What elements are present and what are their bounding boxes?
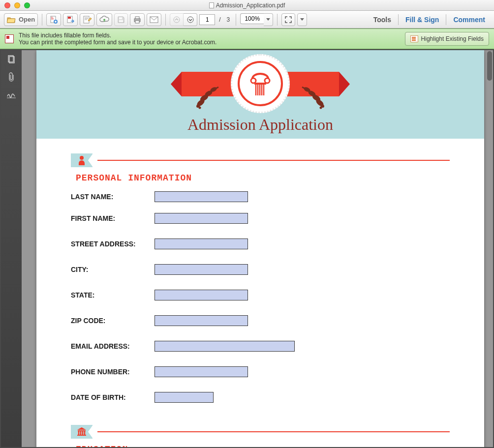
input-dob[interactable]: [154, 392, 214, 403]
field-row-street: STREET ADDRESS:: [71, 236, 484, 252]
field-row-dob: DATE OF BIRTH:: [71, 389, 484, 405]
svg-rect-31: [78, 430, 86, 431]
label-city: CITY:: [71, 266, 154, 273]
fill-sign-panel-button[interactable]: Fill & Sign: [401, 16, 444, 24]
input-state[interactable]: [154, 290, 248, 300]
cloud-upload-button[interactable]: [96, 13, 112, 26]
section-rule: [97, 160, 450, 161]
highlight-icon: [410, 35, 418, 42]
svg-point-27: [251, 78, 256, 83]
pdf-file-icon: [209, 2, 214, 8]
svg-rect-32: [77, 435, 86, 436]
input-city[interactable]: [154, 264, 248, 275]
label-phone: PHONE NUMBER:: [71, 368, 154, 376]
comment-panel-button[interactable]: Comment: [448, 16, 490, 24]
main-toolbar: Open / 3: [0, 11, 494, 29]
input-last-name[interactable]: [154, 191, 248, 202]
chevron-down-icon: [300, 18, 304, 21]
input-phone[interactable]: [154, 366, 248, 377]
navigation-sidebar: [1, 50, 22, 447]
svg-rect-8: [135, 17, 139, 19]
field-row-state: STATE:: [71, 287, 484, 303]
separator: [277, 14, 278, 26]
signature-icon: [6, 91, 16, 99]
banner-title: Admission Application: [36, 116, 484, 134]
svg-rect-6: [119, 20, 123, 22]
chevron-down-icon: [266, 18, 270, 21]
window-titlebar: Admission_Application.pdf: [0, 0, 494, 11]
person-section-icon: [71, 153, 93, 167]
highlight-label: Highlight Existing Fields: [421, 35, 484, 42]
notification-line2: You can print the completed form and sav…: [19, 39, 405, 46]
label-first-name: FIRST NAME:: [71, 214, 154, 222]
paperclip-icon: [7, 72, 16, 82]
label-email: EMAIL ADDRESS:: [71, 342, 154, 350]
input-first-name[interactable]: [154, 213, 248, 224]
laurel-right-icon: [297, 80, 337, 109]
arrow-up-icon: [173, 16, 180, 23]
notification-text: This file includes fillable form fields.…: [19, 32, 405, 46]
export-pdf-button[interactable]: [63, 13, 78, 26]
scrollbar-thumb[interactable]: [487, 51, 492, 81]
separator: [236, 14, 236, 26]
cloud-upload-icon: [99, 16, 109, 24]
title-text: Admission_Application.pdf: [216, 2, 285, 9]
attachments-panel-button[interactable]: [6, 72, 17, 83]
section-title-personal: PERSONAL INFORMATION: [76, 173, 445, 183]
svg-point-20: [199, 107, 201, 109]
folder-open-icon: [7, 16, 16, 23]
document-viewer: Admission Application PERSONAL INFORMATI…: [22, 50, 493, 447]
banner: Admission Application: [36, 50, 484, 139]
svg-point-28: [265, 78, 270, 83]
open-button[interactable]: Open: [4, 13, 38, 26]
label-last-name: LAST NAME:: [71, 193, 154, 201]
label-street: STREET ADDRESS:: [71, 240, 154, 248]
page-total: 3: [225, 16, 232, 23]
email-button[interactable]: [147, 13, 161, 26]
seal: [231, 54, 290, 113]
section-rule: [97, 431, 450, 432]
thumbnails-panel-button[interactable]: [6, 54, 17, 65]
label-state: STATE:: [71, 291, 154, 299]
edit-pdf-button[interactable]: [80, 13, 94, 26]
zoom-group: [240, 13, 273, 26]
field-row-city: CITY:: [71, 262, 484, 277]
svg-rect-5: [119, 17, 122, 19]
highlight-fields-button[interactable]: Highlight Existing Fields: [405, 32, 489, 46]
zoom-input[interactable]: [240, 13, 264, 24]
view-menu-button[interactable]: [297, 13, 307, 26]
svg-point-12: [187, 17, 193, 23]
read-mode-button[interactable]: [281, 13, 295, 26]
open-label: Open: [19, 16, 35, 23]
separator: [446, 14, 446, 25]
create-pdf-button[interactable]: [46, 13, 61, 26]
svg-point-26: [320, 107, 322, 109]
edit-icon: [83, 15, 92, 24]
section-divider: [71, 153, 450, 167]
separator: [398, 14, 399, 25]
save-button[interactable]: [114, 13, 128, 26]
page-nav-group: [170, 13, 197, 26]
svg-rect-29: [254, 83, 266, 85]
section-title-education: EDUCATION: [76, 445, 445, 447]
page-down-button[interactable]: [184, 13, 197, 26]
input-street[interactable]: [154, 239, 248, 249]
page-up-button[interactable]: [170, 13, 184, 26]
pdf-form-icon: [5, 34, 14, 43]
signatures-panel-button[interactable]: [6, 90, 17, 100]
label-zip: ZIP CODE:: [71, 317, 154, 325]
page-number-input[interactable]: [199, 14, 215, 25]
input-zip[interactable]: [154, 315, 248, 326]
svg-point-11: [174, 17, 180, 23]
zoom-dropdown-button[interactable]: [264, 13, 273, 26]
field-row-last-name: LAST NAME:: [71, 189, 484, 205]
tools-panel-button[interactable]: Tools: [369, 16, 396, 24]
svg-rect-9: [135, 21, 139, 23]
print-button[interactable]: [130, 13, 145, 26]
input-email[interactable]: [154, 341, 295, 352]
save-icon: [117, 16, 125, 24]
section-divider: [71, 425, 450, 439]
notification-line1: This file includes fillable form fields.: [19, 32, 405, 39]
pdf-page: Admission Application PERSONAL INFORMATI…: [36, 50, 484, 447]
expand-icon: [285, 16, 292, 23]
